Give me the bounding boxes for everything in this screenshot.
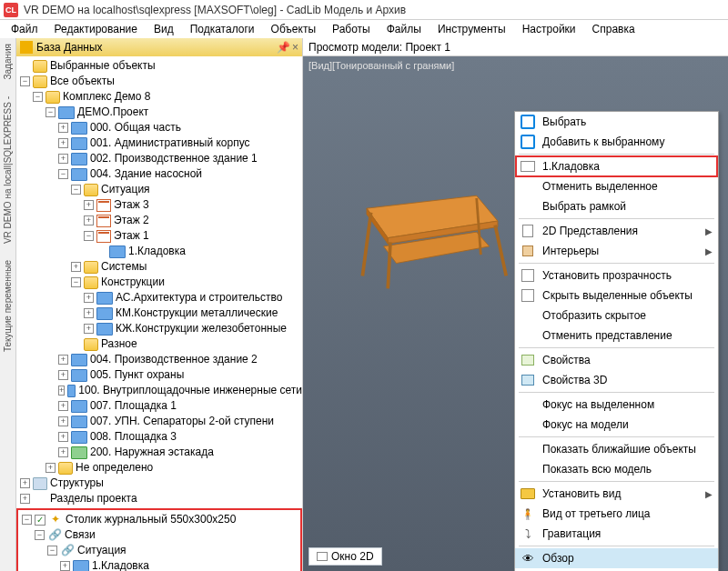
menu-settings[interactable]: Настройки [515,21,583,37]
checkbox[interactable]: ✓ [35,515,46,526]
tree-item[interactable]: Этаж 3 [114,197,149,213]
ctx-show-nearest[interactable]: Показать ближайшие объекты [515,439,718,459]
menu-objects[interactable]: Объекты [264,21,324,37]
expander[interactable]: − [35,530,45,540]
expander[interactable]: + [58,401,68,411]
expander[interactable]: − [33,92,43,102]
expander[interactable]: − [71,277,81,287]
tree-item[interactable]: Этаж 2 [114,213,149,228]
expander[interactable]: + [84,324,94,334]
ctx-show-hidden[interactable]: Отобразить скрытое [515,306,718,326]
tree-item[interactable]: АС.Архитектура и строительство [116,290,282,306]
tree-item[interactable]: 001. Административный корпус [90,135,250,151]
expander[interactable]: + [58,154,68,164]
expander[interactable]: + [58,370,68,380]
tree-item[interactable]: 200. Наружная эстакада [90,445,214,460]
tree-item[interactable]: 004. Здание насосной [90,166,202,182]
ctx-overview[interactable]: Обзор [515,548,718,568]
tree-item[interactable]: Конструкции [101,275,165,290]
ctx-select[interactable]: Выбрать [515,112,718,132]
ctx-2d-views[interactable]: 2D Представления▶ [515,221,718,241]
expander[interactable]: + [58,355,68,365]
ctx-select-frame[interactable]: Выбрать рамкой [515,196,718,216]
expander[interactable]: − [22,515,32,525]
ctx-focus-selected[interactable]: Фокус на выделенном [515,395,718,415]
tree-item[interactable]: 002. Производственное здание 1 [90,151,258,166]
left-tab-tasks[interactable]: Задания [2,40,14,84]
pin-icon[interactable]: 📌 [277,41,290,54]
expander[interactable]: + [58,138,68,148]
tree-item[interactable]: КМ.Конструкции металлические [116,306,278,321]
ctx-gravity[interactable]: Гравитация [515,524,718,544]
tree-item[interactable]: Разное [101,336,137,352]
ctx-deselect[interactable]: Отменить выделенное [515,176,718,196]
ctx-third-person[interactable]: Вид от третьего лица [515,504,718,524]
ctx-show-all[interactable]: Показать всю модель [515,459,718,479]
tree-item[interactable]: Разделы проекта [50,491,137,506]
expander[interactable]: + [84,293,94,303]
tree-item[interactable]: 004. Производственное здание 2 [90,352,258,367]
tree-item[interactable]: 005. Пункт охраны [90,367,184,383]
tree-item[interactable]: Структуры [50,476,104,491]
window-2d-tab[interactable]: Окно 2D [308,547,382,566]
close-icon[interactable]: × [292,41,298,54]
tree-item[interactable]: Ситуация [77,543,126,558]
left-tab-db[interactable]: VR DEMO на locall|SQLEXPRESS - [2,93,14,247]
expander[interactable]: + [58,416,68,426]
expander[interactable]: − [47,546,57,556]
tree-item[interactable]: Все объекты [50,74,115,89]
ctx-properties-3d[interactable]: Свойства 3D [515,370,718,390]
menu-file[interactable]: Файл [4,21,46,37]
ctx-interiors[interactable]: Интерьеры▶ [515,241,718,261]
tree-item[interactable]: ДЕМО.Проект [77,105,148,120]
tree-item[interactable]: Этаж 1 [114,228,149,244]
expander[interactable]: + [84,215,94,225]
expander[interactable]: + [58,447,68,457]
menu-files[interactable]: Файлы [379,21,429,37]
tree-item[interactable]: Системы [101,259,147,275]
tree-item[interactable]: Выбранные объекты [50,58,156,74]
tree-item[interactable]: Ситуация [101,182,150,197]
tree-item[interactable]: 000. Общая часть [90,120,181,135]
expander[interactable]: + [84,200,94,210]
menu-works[interactable]: Работы [325,21,378,37]
expander[interactable]: + [60,561,70,571]
ctx-properties[interactable]: Свойства [515,350,718,370]
expander[interactable]: + [58,432,68,442]
expander[interactable]: + [84,308,94,318]
tree-item[interactable]: Столик журнальный 550x300x250 [66,512,236,527]
expander[interactable]: − [71,185,81,195]
tree-item[interactable]: 1.Кладовка [128,244,186,259]
expander[interactable]: − [84,231,94,241]
menu-help[interactable]: Справка [585,21,642,37]
tree-item[interactable]: 100. Внутриплощадочные инженерные сети [78,383,302,398]
expander[interactable]: + [58,123,68,133]
expander[interactable]: + [20,494,30,504]
tree-item[interactable]: 1.Кладовка [92,558,149,571]
tree-item[interactable]: Не определено [76,460,153,476]
expander[interactable]: − [46,107,56,117]
ctx-kladovka[interactable]: 1.Кладовка [515,156,718,176]
ctx-cancel-view[interactable]: Отменить представление [515,326,718,346]
menu-view[interactable]: Вид [147,21,181,37]
tree-item[interactable]: 008. Площадка 3 [90,429,177,445]
ctx-hide-selected[interactable]: Скрыть выделенные объекты [515,286,718,306]
menu-tools[interactable]: Инструменты [430,21,513,37]
menu-subcatalogs[interactable]: Подкаталоги [183,21,262,37]
tree-item[interactable]: 007. Площадка 1 [90,398,177,414]
expander[interactable]: + [46,463,56,473]
left-tab-vars[interactable]: Текущие переменные [2,256,14,356]
expander[interactable]: − [58,169,68,179]
tree-item[interactable]: Комплекс Демо 8 [63,89,151,105]
expander[interactable]: + [58,386,65,396]
ctx-transparency[interactable]: Установить прозрачность [515,265,718,286]
ctx-focus-model[interactable]: Фокус на модели [515,415,718,435]
menu-edit[interactable]: Редактирование [47,21,145,37]
object-tree[interactable]: Выбранные объекты −Все объекты −Комплекс… [16,56,302,571]
expander[interactable]: − [20,76,30,86]
expander[interactable]: + [71,262,81,272]
tree-item[interactable]: КЖ.Конструкции железобетонные [116,321,287,336]
ctx-set-view[interactable]: Установить вид▶ [515,484,718,504]
tree-item[interactable]: 007. УПН. Сепараторы 2-ой ступени [90,414,274,429]
3d-table-model[interactable] [339,175,512,293]
